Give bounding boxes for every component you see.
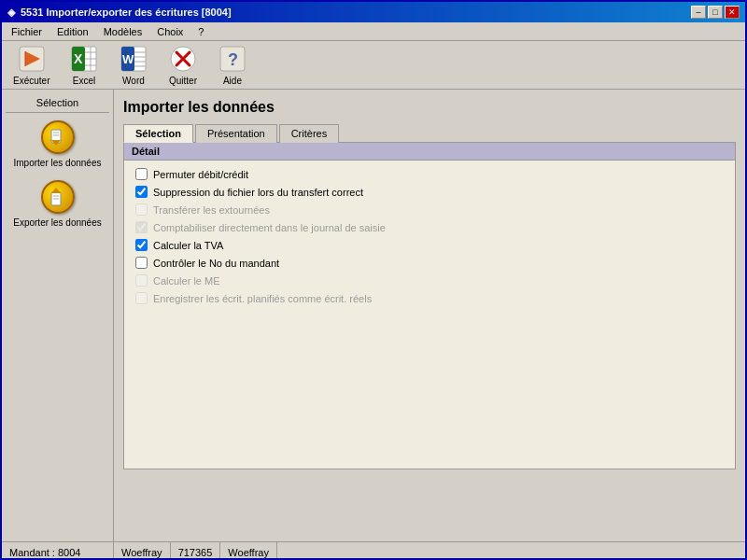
excel-button[interactable]: X Excel	[63, 42, 105, 88]
checkbox-calc-me: Calculer le ME	[135, 274, 724, 287]
status-mandant: Mandant : 8004	[2, 542, 114, 560]
import-icon	[41, 120, 75, 154]
panel-content: Permuter débit/crédit Suppression du fic…	[124, 161, 735, 317]
sidebar: Sélection Importer les données	[2, 90, 114, 541]
title-bar-left: ◈ 5531 Importer/exporter des écritures […	[7, 7, 232, 19]
tab-bar: Sélection Présentation Critères	[123, 123, 736, 143]
tab-presentation[interactable]: Présentation	[195, 124, 277, 143]
checkbox-enreg-ecrit-input	[135, 292, 148, 304]
execute-label: Exécuter	[13, 76, 49, 86]
checkbox-calc-tva-input[interactable]	[135, 239, 148, 251]
checkbox-compta-dir-label: Comptabiliser directement dans le journa…	[153, 222, 386, 233]
sidebar-title: Sélection	[6, 97, 109, 113]
status-bar: Mandant : 8004 Woeffray 717365 Woeffray	[2, 541, 745, 560]
checkbox-compta-dir-input	[135, 221, 148, 233]
import-button[interactable]: Importer les données	[6, 120, 109, 169]
section-header: Détail	[124, 143, 735, 161]
content-area: Importer les données Sélection Présentat…	[114, 90, 745, 541]
status-code: 717365	[171, 542, 221, 560]
svg-text:X: X	[74, 51, 83, 66]
app-icon: ◈	[7, 7, 15, 19]
status-user1: Woeffray	[114, 542, 171, 560]
checkbox-ctrl-no: Contrôler le No du mandant	[135, 257, 724, 269]
checkbox-suppress: Suppression du fichier lors du transfert…	[135, 186, 724, 198]
maximize-button[interactable]: □	[708, 6, 723, 19]
excel-label: Excel	[73, 76, 95, 86]
checkbox-compta-dir: Comptabiliser directement dans le journa…	[135, 221, 724, 233]
menu-fichier[interactable]: Fichier	[6, 25, 48, 38]
window-title: 5531 Importer/exporter des écritures [80…	[21, 7, 232, 18]
execute-button[interactable]: Exécuter	[7, 42, 55, 88]
quit-button[interactable]: Quitter	[162, 42, 204, 88]
tab-panel: Détail Permuter débit/crédit Suppression…	[123, 143, 736, 469]
checkbox-transfer-ext-label: Transférer les extournées	[153, 204, 270, 216]
checkbox-calc-tva-label: Calculer la TVA	[153, 240, 223, 251]
checkbox-enreg-ecrit: Enregistrer les écrit. planifiés comme é…	[135, 292, 724, 304]
minimize-button[interactable]: –	[691, 6, 706, 19]
export-icon	[41, 180, 75, 214]
checkbox-enreg-ecrit-label: Enregistrer les écrit. planifiés comme é…	[153, 293, 372, 304]
export-button[interactable]: Exporter les données	[6, 180, 109, 229]
execute-icon	[17, 44, 47, 74]
checkbox-perm-debit-label: Permuter débit/crédit	[153, 169, 248, 180]
checkbox-perm-debit-input[interactable]	[135, 168, 148, 180]
word-button[interactable]: W Word	[112, 42, 154, 88]
menu-choix[interactable]: Choix	[151, 25, 189, 38]
menu-bar: Fichier Edition Modèles Choix ?	[2, 22, 745, 41]
checkbox-calc-me-label: Calculer le ME	[153, 275, 220, 287]
checkbox-calc-me-input	[135, 274, 148, 287]
checkbox-perm-debit: Permuter débit/crédit	[135, 168, 724, 180]
status-user2: Woeffray	[220, 542, 277, 560]
svg-text:?: ?	[228, 50, 238, 69]
menu-edition[interactable]: Edition	[51, 25, 94, 38]
checkbox-transfer-ext: Transférer les extournées	[135, 203, 724, 216]
svg-text:W: W	[122, 52, 134, 66]
menu-help[interactable]: ?	[192, 25, 209, 38]
checkbox-ctrl-no-label: Contrôler le No du mandant	[153, 258, 279, 269]
help-icon: ?	[218, 44, 247, 74]
quit-icon	[168, 44, 198, 74]
checkbox-ctrl-no-input[interactable]	[135, 257, 148, 269]
toolbar: Exécuter X Excel W	[2, 41, 745, 90]
tab-selection[interactable]: Sélection	[123, 124, 193, 143]
tab-criteres[interactable]: Critères	[279, 124, 340, 143]
quit-label: Quitter	[169, 76, 197, 86]
title-bar: ◈ 5531 Importer/exporter des écritures […	[2, 2, 745, 22]
import-label: Importer les données	[14, 158, 102, 169]
title-bar-controls: – □ ✕	[691, 6, 740, 19]
checkbox-suppress-label: Suppression du fichier lors du transfert…	[153, 187, 363, 198]
excel-icon: X	[69, 44, 99, 74]
word-icon: W	[119, 44, 148, 74]
close-button[interactable]: ✕	[725, 6, 740, 19]
help-button[interactable]: ? Aide	[211, 42, 253, 88]
main-layout: Sélection Importer les données	[2, 90, 745, 541]
svg-marker-27	[51, 188, 61, 193]
checkbox-calc-tva: Calculer la TVA	[135, 239, 724, 251]
help-label: Aide	[223, 76, 242, 86]
menu-modeles[interactable]: Modèles	[98, 25, 148, 38]
word-label: Word	[122, 76, 145, 86]
export-label: Exporter les données	[13, 217, 102, 229]
content-title: Importer les données	[123, 99, 736, 116]
checkbox-suppress-input[interactable]	[135, 186, 148, 198]
checkbox-transfer-ext-input	[135, 203, 148, 216]
